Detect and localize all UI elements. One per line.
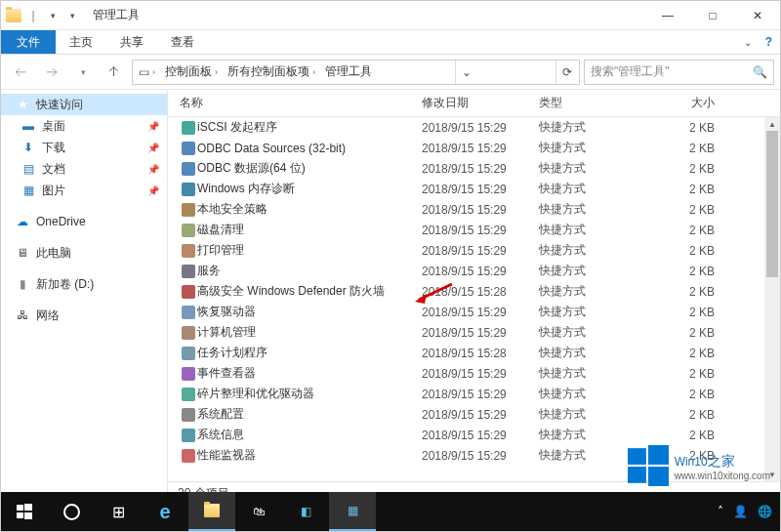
network-icon: 🖧 xyxy=(15,307,30,323)
sidebar-onedrive[interactable]: ☁ OneDrive xyxy=(1,211,167,232)
ribbon-expand-icon[interactable]: ⌄ xyxy=(744,37,752,48)
sidebar-item-documents[interactable]: ▤ 文档 📌 xyxy=(1,158,167,180)
folder-icon xyxy=(5,7,22,24)
file-row[interactable]: 系统配置2018/9/15 15:29快捷方式2 KB xyxy=(168,404,780,425)
file-row[interactable]: 系统信息2018/9/15 15:29快捷方式2 KB xyxy=(168,425,780,445)
shortcut-icon xyxy=(180,223,197,238)
address-dropdown-icon[interactable]: ⌄ xyxy=(455,61,476,84)
minimize-button[interactable]: — xyxy=(645,1,690,30)
file-name: 事件查看器 xyxy=(197,365,422,382)
column-type[interactable]: 类型 xyxy=(539,95,656,111)
file-row[interactable]: 高级安全 Windows Defender 防火墙2018/9/15 15:28… xyxy=(168,281,780,302)
column-date[interactable]: 修改日期 xyxy=(422,95,539,111)
column-size[interactable]: 大小 xyxy=(656,95,715,111)
file-name: Windows 内存诊断 xyxy=(197,181,422,197)
file-size: 2 KB xyxy=(656,285,715,299)
sidebar-item-desktop[interactable]: ▬ 桌面 📌 xyxy=(1,115,167,137)
file-row[interactable]: 服务2018/9/15 15:29快捷方式2 KB xyxy=(168,261,780,281)
file-row[interactable]: 碎片整理和优化驱动器2018/9/15 15:29快捷方式2 KB xyxy=(168,384,780,404)
sidebar-volume-d[interactable]: ▮ 新加卷 (D:) xyxy=(1,273,167,295)
file-row[interactable]: 任务计划程序2018/9/15 15:28快捷方式2 KB xyxy=(168,343,780,363)
sidebar-this-pc[interactable]: 🖥 此电脑 xyxy=(1,242,167,264)
help-icon[interactable]: ? xyxy=(765,35,772,49)
task-view-button[interactable]: ⊞ xyxy=(95,492,142,531)
sidebar-item-pictures[interactable]: ▦ 图片 📌 xyxy=(1,180,167,201)
sidebar-network[interactable]: 🖧 网络 xyxy=(1,305,167,326)
file-tab[interactable]: 文件 xyxy=(1,30,56,54)
file-row[interactable]: ODBC Data Sources (32-bit)2018/9/15 15:2… xyxy=(168,138,780,158)
desktop-icon: ▬ xyxy=(21,118,36,134)
column-headers[interactable]: 名称 修改日期 类型 大小 xyxy=(168,90,780,117)
tray-people-icon[interactable]: 👤 xyxy=(733,505,748,518)
shortcut-icon xyxy=(180,284,197,300)
taskbar-store-icon[interactable]: 🛍 xyxy=(235,492,282,531)
file-name: 打印管理 xyxy=(197,242,422,259)
file-row[interactable]: 恢复驱动器2018/9/15 15:29快捷方式2 KB xyxy=(168,302,780,322)
shortcut-icon xyxy=(180,448,197,464)
breadcrumb-item[interactable]: 控制面板 › xyxy=(161,63,222,80)
up-button[interactable]: 🡡 xyxy=(101,59,128,86)
column-name[interactable]: 名称 xyxy=(180,95,422,111)
file-row[interactable]: 计算机管理2018/9/15 15:29快捷方式2 KB xyxy=(168,322,780,343)
file-date: 2018/9/15 15:29 xyxy=(422,449,539,463)
watermark: Win10之家 www.win10xitong.com xyxy=(628,445,770,486)
recent-dropdown-icon[interactable]: ▾ xyxy=(69,59,97,86)
taskbar-app-icon[interactable]: ◧ xyxy=(282,492,329,531)
taskbar-edge-icon[interactable]: e xyxy=(142,492,188,531)
taskbar-control-panel-icon[interactable]: ▦ xyxy=(329,492,376,531)
shortcut-icon xyxy=(180,407,197,423)
search-input[interactable]: 搜索"管理工具" 🔍 xyxy=(584,60,774,85)
file-row[interactable]: 本地安全策略2018/9/15 15:29快捷方式2 KB xyxy=(168,199,780,220)
search-icon[interactable]: 🔍 xyxy=(753,65,767,79)
pc-icon: 🖥 xyxy=(15,245,30,261)
shortcut-icon xyxy=(180,243,197,259)
tab-share[interactable]: 共享 xyxy=(106,30,157,54)
tray-network-icon[interactable]: 🌐 xyxy=(758,505,772,518)
window-title: 管理工具 xyxy=(93,7,140,23)
tab-view[interactable]: 查看 xyxy=(157,30,208,54)
tray-chevron-icon[interactable]: ˄ xyxy=(718,505,723,518)
file-size: 2 KB xyxy=(656,367,715,381)
shortcut-icon xyxy=(180,428,197,443)
vertical-scrollbar[interactable]: ▲ ▼ xyxy=(764,117,780,481)
breadcrumb-box[interactable]: ▭ › 控制面板 › 所有控制面板项 › 管理工具 ⌄ ⟳ xyxy=(132,60,580,85)
file-date: 2018/9/15 15:29 xyxy=(422,162,539,176)
tab-home[interactable]: 主页 xyxy=(56,30,106,54)
taskbar-explorer-icon[interactable] xyxy=(188,492,235,531)
file-row[interactable]: 事件查看器2018/9/15 15:29快捷方式2 KB xyxy=(168,363,780,384)
scrollbar-thumb[interactable] xyxy=(766,131,778,277)
qat-overflow-icon[interactable]: ▾ xyxy=(63,7,81,24)
scroll-up-icon[interactable]: ▲ xyxy=(764,117,780,131)
cortana-button[interactable] xyxy=(48,492,95,531)
file-date: 2018/9/15 15:29 xyxy=(422,326,539,340)
breadcrumb-item[interactable]: 所有控制面板项 › xyxy=(224,63,319,80)
refresh-icon[interactable]: ⟳ xyxy=(555,61,577,84)
file-size: 2 KB xyxy=(656,429,715,442)
file-size: 2 KB xyxy=(656,388,715,401)
maximize-button[interactable]: □ xyxy=(690,1,735,30)
file-date: 2018/9/15 15:29 xyxy=(422,388,539,401)
shortcut-icon xyxy=(180,325,197,341)
file-row[interactable]: Windows 内存诊断2018/9/15 15:29快捷方式2 KB xyxy=(168,179,780,199)
close-button[interactable]: ✕ xyxy=(735,1,780,30)
sidebar-quick-access[interactable]: ★ 快速访问 xyxy=(1,94,167,115)
pin-icon: 📌 xyxy=(147,143,159,153)
file-list-pane: 名称 修改日期 类型 大小 iSCSI 发起程序2018/9/15 15:29快… xyxy=(168,90,780,505)
breadcrumb-root-icon[interactable]: ▭ › xyxy=(135,65,159,79)
file-row[interactable]: 打印管理2018/9/15 15:29快捷方式2 KB xyxy=(168,240,780,261)
sidebar-item-downloads[interactable]: ⬇ 下载 📌 xyxy=(1,137,167,158)
file-name: 任务计划程序 xyxy=(197,345,422,361)
system-tray[interactable]: ˄ 👤 🌐 xyxy=(718,505,780,518)
file-row[interactable]: ODBC 数据源(64 位)2018/9/15 15:29快捷方式2 KB xyxy=(168,158,780,179)
svg-rect-3 xyxy=(648,445,669,465)
breadcrumb-item[interactable]: 管理工具 xyxy=(321,63,376,80)
file-size: 2 KB xyxy=(656,183,715,196)
back-button[interactable]: 🡠 xyxy=(7,59,34,86)
drive-icon: ▮ xyxy=(15,276,30,292)
start-button[interactable] xyxy=(1,492,48,531)
file-row[interactable]: 磁盘清理2018/9/15 15:29快捷方式2 KB xyxy=(168,220,780,240)
forward-button[interactable]: 🡢 xyxy=(38,59,65,86)
qat-dropdown-icon[interactable]: ▾ xyxy=(44,7,62,24)
file-name: 性能监视器 xyxy=(197,447,422,464)
file-row[interactable]: iSCSI 发起程序2018/9/15 15:29快捷方式2 KB xyxy=(168,117,780,138)
